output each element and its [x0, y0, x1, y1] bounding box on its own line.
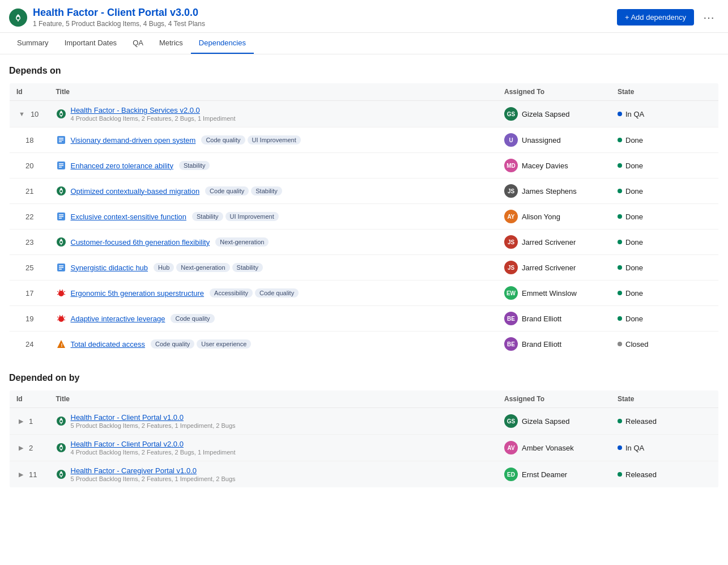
item-type-icon [56, 262, 66, 273]
item-title-link[interactable]: Health Factor - Backing Services v2.0.0 [71, 106, 200, 114]
item-title-link[interactable]: Optimized contextually-based migration [71, 187, 200, 196]
row-actions-cell: ⋯ [690, 332, 719, 357]
id-cell: ▶2 [10, 435, 49, 461]
item-type-icon [56, 416, 66, 426]
id-cell: 22 [10, 204, 49, 230]
state-label: Released [625, 470, 657, 479]
row-actions-cell: ⋯ [690, 435, 719, 461]
title-content: Adaptive interactive leverage Code quali… [71, 314, 215, 323]
assigned-cell: EW Emmett Winslow [497, 281, 611, 306]
row-actions-cell: ⋯ [690, 101, 719, 128]
avatar: BE [504, 337, 518, 351]
more-options-button[interactable]: ⋯ [699, 9, 719, 27]
item-title-link[interactable]: Adaptive interactive leverage [71, 315, 165, 323]
tab-metrics[interactable]: Metrics [151, 33, 191, 54]
id-cell: 24 [10, 332, 49, 357]
col-header-assigned: Assigned To [497, 83, 611, 101]
tab-dependencies[interactable]: Dependencies [191, 33, 254, 54]
tab-important-dates[interactable]: Important Dates [57, 33, 125, 54]
item-title-link[interactable]: Synergistic didactic hub [71, 264, 148, 272]
title-content: Optimized contextually-based migration C… [71, 186, 282, 196]
row-id: 20 [25, 162, 33, 170]
assigned-name: Unassigned [522, 136, 561, 145]
svg-point-28 [58, 291, 64, 296]
avatar: GS [504, 107, 518, 121]
title-cell: Enhanced zero tolerance ability Stabilit… [49, 153, 498, 179]
item-type-icon [56, 313, 66, 324]
svg-point-22 [60, 241, 62, 244]
row-actions-cell: ⋯ [690, 255, 719, 281]
item-title-link[interactable]: Health Factor - Client Portal v1.0.0 [71, 413, 184, 422]
assigned-cell: JS Jarred Scrivener [497, 255, 611, 281]
state-dot [618, 189, 622, 193]
state-label: Done [625, 238, 643, 247]
assigned-name: Amber Vonasek [522, 444, 574, 452]
avatar: JS [504, 261, 518, 274]
expand-button[interactable]: ▶ [16, 417, 25, 426]
item-title-link[interactable]: Ergonomic 5th generation superstructure [71, 289, 205, 298]
page-subtitle: 1 Feature, 5 Product Backlog Items, 4 Bu… [33, 20, 205, 28]
svg-line-39 [64, 317, 65, 317]
title-cell: Customer-focused 6th generation flexibil… [49, 230, 498, 255]
col-header-title: Title [49, 390, 498, 408]
row-id: 24 [25, 340, 33, 349]
svg-point-1 [17, 16, 20, 19]
tag: Hub [154, 263, 174, 272]
table-row: 20 Enhanced zero tolerance ability Stabi… [10, 153, 719, 179]
row-actions-cell: ⋯ [690, 204, 719, 230]
assigned-cell: ED Ernst Deamer [497, 461, 611, 488]
row-id: 10 [31, 110, 39, 118]
svg-point-48 [60, 447, 62, 449]
tag: Stability [192, 212, 223, 221]
item-title-link[interactable]: Health Factor - Caregiver Portal v1.0.0 [71, 466, 197, 475]
item-title-link[interactable]: Total dedicated access [71, 340, 146, 349]
tag: Code quality [171, 314, 214, 323]
avatar: MD [504, 159, 518, 172]
item-title-link[interactable]: Customer-focused 6th generation flexibil… [71, 238, 210, 247]
state-dot [618, 214, 622, 219]
tab-summary[interactable]: Summary [9, 33, 57, 54]
avatar: EW [504, 286, 518, 300]
tag: Next-generation [176, 263, 229, 272]
assigned-name: Jarred Scrivener [522, 264, 576, 272]
title-content: Health Factor - Backing Services v2.0.0 … [71, 106, 236, 122]
assigned-cell: U Unassigned [497, 128, 611, 153]
item-title-link[interactable]: Exclusive context-sensitive function [71, 213, 186, 221]
state-cell: Done [611, 204, 690, 230]
title-content: Synergistic didactic hub HubNext-generat… [71, 263, 263, 272]
table-header-row: Id Title Assigned To State [10, 83, 719, 101]
tag: UI Improvement [225, 212, 279, 221]
id-cell: 23 [10, 230, 49, 255]
expand-button[interactable]: ▶ [16, 443, 25, 453]
item-title-link[interactable]: Enhanced zero tolerance ability [71, 162, 173, 170]
id-cell: 21 [10, 179, 49, 204]
item-type-icon [56, 135, 66, 145]
tag: Code quality [201, 135, 245, 145]
header-title-block: Health Factor - Client Portal v3.0.0 1 F… [33, 7, 205, 28]
table-row: 22 Exclusive context-sensitive function … [10, 204, 719, 230]
expand-button[interactable]: ▶ [16, 470, 25, 479]
item-title-link[interactable]: Visionary demand-driven open system [71, 136, 196, 145]
col-header-state: State [611, 390, 690, 408]
state-cell: Released [611, 408, 690, 435]
id-cell: ▼10 [10, 101, 49, 128]
add-dependency-button[interactable]: + Add dependency [617, 9, 694, 26]
item-title-link[interactable]: Health Factor - Client Portal v2.0.0 [71, 440, 184, 448]
state-cell: In QA [611, 101, 690, 128]
tag: Next-generation [215, 237, 269, 247]
assigned-cell: AY Alison Yong [497, 204, 611, 230]
expand-button[interactable]: ▼ [16, 109, 27, 118]
row-id: 25 [25, 264, 33, 272]
row-id: 2 [29, 444, 33, 452]
col-header-title: Title [49, 83, 498, 101]
id-cell: ▶11 [10, 461, 49, 488]
title-cell: Ergonomic 5th generation superstructure … [49, 281, 498, 306]
state-dot [618, 265, 622, 270]
assigned-name: Alison Yong [522, 213, 560, 221]
title-cell: Health Factor - Client Portal v2.0.0 4 P… [49, 435, 498, 461]
state-cell: Done [611, 281, 690, 306]
title-cell: Health Factor - Caregiver Portal v1.0.0 … [49, 461, 498, 488]
id-cell: ▶1 [10, 408, 49, 435]
item-type-icon [56, 469, 66, 479]
tab-qa[interactable]: QA [125, 33, 151, 54]
